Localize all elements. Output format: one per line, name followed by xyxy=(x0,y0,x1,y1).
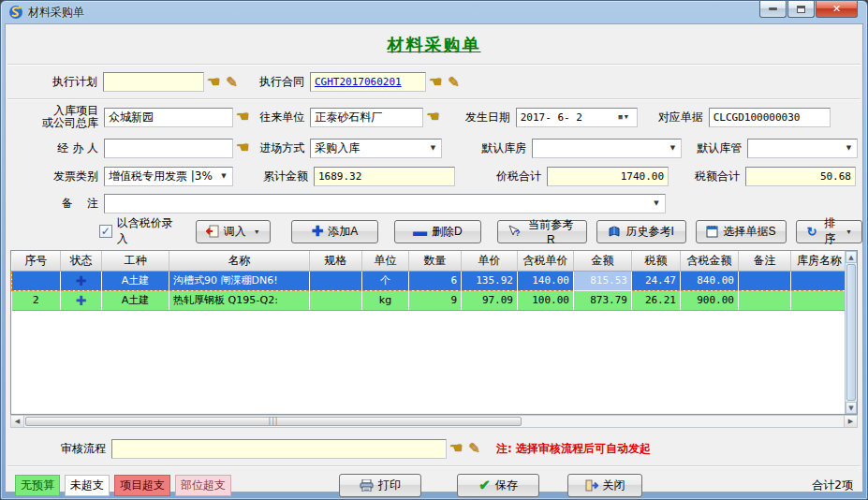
remark-combo[interactable]: ▼ xyxy=(104,194,666,213)
history-ref-button[interactable]: 历史参考I xyxy=(596,220,686,243)
edit-pencil-icon[interactable]: ✎ xyxy=(226,74,238,91)
current-ref-button[interactable]: ? 当前参考R xyxy=(497,220,587,243)
close-form-button[interactable]: 关闭 xyxy=(567,474,642,497)
close-button[interactable]: ✕ xyxy=(816,1,858,18)
approval-input[interactable] xyxy=(111,439,447,459)
sort-button[interactable]: ↻ 排序 ▼ xyxy=(796,220,862,243)
cell-tax[interactable]: 26.21 xyxy=(632,290,681,310)
cell-status[interactable]: ✚ xyxy=(61,271,102,290)
import-button[interactable]: 调入 ▼ xyxy=(196,220,271,243)
scroll-track[interactable] xyxy=(522,416,844,427)
vendor-input[interactable] xyxy=(310,108,423,127)
refdoc-label: 对应单据 xyxy=(653,110,709,125)
table-row[interactable]: 2 ✚ A土建 热轧厚钢板 Q195-Q2: kg 9 97.09 100.00… xyxy=(12,290,846,310)
cell-trade[interactable]: A土建 xyxy=(102,271,169,290)
scroll-left-icon[interactable]: ◀ xyxy=(11,416,24,427)
book-icon xyxy=(608,226,621,238)
pick-hand-icon[interactable]: ☚ xyxy=(426,110,439,125)
minimize-icon xyxy=(769,7,777,10)
entry-mode-select[interactable]: 采购入库 ▼ xyxy=(310,139,442,158)
cell-seq[interactable]: 2 xyxy=(12,290,61,310)
cell-spec[interactable] xyxy=(310,271,362,290)
save-button[interactable]: ✔ 保存 xyxy=(457,474,539,497)
print-button[interactable]: 打印 xyxy=(339,474,421,497)
row-agent: 经 办 人 ☚ 进场方式 采购入库 ▼ 默认库房 ▼ 默认库管 ▼ xyxy=(6,134,862,162)
col-price-tax: 含税单价 xyxy=(518,251,574,271)
scroll-up-icon[interactable]: ▲ xyxy=(846,251,857,263)
cell-unit[interactable]: 个 xyxy=(362,271,409,290)
scroll-down-icon[interactable]: ▼ xyxy=(846,402,857,414)
cell-remark[interactable] xyxy=(739,271,791,290)
row-remark: 备 注 ▼ xyxy=(6,190,862,216)
cell-tax[interactable]: 24.47 xyxy=(632,271,681,290)
items-grid: 序号 状态 工种 名称 规格 单位 数量 单价 含税单价 金额 税额 含税金额 xyxy=(10,250,858,415)
keeper-select[interactable]: ▼ xyxy=(747,139,858,158)
scroll-right-icon[interactable]: ▶ xyxy=(844,416,857,427)
agent-input[interactable] xyxy=(104,139,233,158)
vertical-scrollbar[interactable]: ▲ ▼ xyxy=(845,251,857,414)
row-approval: 审核流程 ☚ ✎ 注: 选择审核流程后可自动发起 xyxy=(6,432,862,465)
acc-amount-field xyxy=(314,167,455,186)
pick-hand-icon[interactable]: ☚ xyxy=(207,75,220,90)
invoice-type-select[interactable]: 增值税专用发票 |3% ▼ xyxy=(104,167,233,186)
cell-amount-selected[interactable]: 815.53 xyxy=(574,271,632,290)
cell-amount-tax[interactable]: 900.00 xyxy=(681,290,739,310)
edit-pencil-icon[interactable]: ✎ xyxy=(448,74,460,91)
cell-price[interactable]: 97.09 xyxy=(462,290,518,310)
cursor-question-icon: ? xyxy=(508,225,521,238)
cell-warehouse[interactable] xyxy=(791,290,846,310)
minus-icon: ▬ xyxy=(413,227,427,236)
cell-price[interactable]: 135.92 xyxy=(462,271,518,290)
cell-warehouse[interactable] xyxy=(791,271,846,290)
exit-door-icon xyxy=(585,479,598,492)
select-doc-button[interactable]: 选择单据S xyxy=(696,220,787,243)
cell-price-tax[interactable]: 100.00 xyxy=(518,290,574,310)
horizontal-scroll-thumb[interactable]: ||| xyxy=(25,417,522,426)
cell-unit[interactable]: kg xyxy=(362,290,409,310)
col-trade: 工种 xyxy=(102,251,169,271)
refdoc-input[interactable] xyxy=(709,108,831,127)
calendar-dropdown-button[interactable]: ▦▼ xyxy=(611,110,636,125)
cell-qty[interactable]: 9 xyxy=(409,290,462,310)
window-controls: ✕ xyxy=(758,1,858,18)
cell-price-tax[interactable]: 140.00 xyxy=(518,271,574,290)
tax-entry-checkbox[interactable]: ✓ xyxy=(99,225,112,238)
exec-plan-input[interactable] xyxy=(103,72,204,92)
horizontal-scrollbar[interactable]: ◀ ||| ▶ xyxy=(10,415,858,428)
edit-pencil-icon[interactable]: ✎ xyxy=(468,440,480,457)
remark-label: 备 注 xyxy=(10,196,104,212)
cell-trade[interactable]: A土建 xyxy=(102,290,169,310)
project-input[interactable] xyxy=(104,108,233,127)
pick-hand-icon[interactable]: ☚ xyxy=(236,140,249,155)
date-field[interactable]: 2017- 6- 2 ▦▼ xyxy=(516,108,638,127)
col-tax: 税额 xyxy=(632,251,681,271)
table-row-selected[interactable]: ✚ A土建 沟槽式90 闸渫稝DN6! 个 6 135.92 140.00 81… xyxy=(12,271,846,290)
col-price: 单价 xyxy=(462,251,518,271)
cell-amount[interactable]: 873.79 xyxy=(574,290,632,310)
cell-amount-tax[interactable]: 840.00 xyxy=(681,271,739,290)
cell-status[interactable]: ✚ xyxy=(61,290,102,310)
legend-not-over: 未超支 xyxy=(65,475,110,496)
cell-name[interactable]: 沟槽式90 闸渫稝DN6! xyxy=(169,271,310,290)
legend-project-over: 项目超支 xyxy=(114,475,170,496)
minimize-button[interactable] xyxy=(759,1,787,18)
form-panel: 材料采购单 执行计划 ☚ ✎ 执行合同 CGHT2017060201 ☚ ✎ 入… xyxy=(5,23,863,493)
pick-hand-icon[interactable]: ☚ xyxy=(429,75,442,90)
chevron-down-icon: ▼ xyxy=(842,141,855,155)
maximize-button[interactable] xyxy=(787,1,815,18)
warehouse-select[interactable]: ▼ xyxy=(532,139,682,158)
cell-spec[interactable] xyxy=(310,290,362,310)
cell-qty[interactable]: 6 xyxy=(409,271,462,290)
cell-remark[interactable] xyxy=(739,290,791,310)
cell-seq[interactable] xyxy=(12,271,61,290)
exec-contract-field: CGHT2017060201 xyxy=(310,72,426,92)
footer: 无预算 未超支 项目超支 部位超支 打印 ✔ 保存 关闭 合计2项 xyxy=(6,467,862,500)
cell-name[interactable]: 热轧厚钢板 Q195-Q2: xyxy=(169,290,310,310)
delete-row-button[interactable]: ▬ 删除D xyxy=(394,220,481,243)
pick-hand-icon[interactable]: ☚ xyxy=(236,110,249,125)
pick-hand-icon[interactable]: ☚ xyxy=(449,441,463,456)
add-row-button[interactable]: ✚ 添加A xyxy=(291,220,378,243)
warehouse-label: 默认库房 xyxy=(476,140,532,156)
contract-link[interactable]: CGHT2017060201 xyxy=(315,76,402,88)
vertical-scroll-thumb[interactable] xyxy=(846,264,856,401)
